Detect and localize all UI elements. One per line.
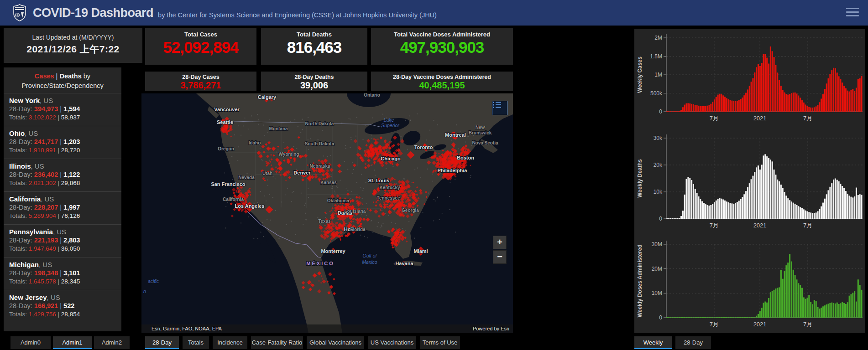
map-tab-terms-of-use[interactable]: Terms of Use (420, 336, 460, 349)
bar (808, 295, 810, 318)
county-dot (350, 139, 351, 140)
list-item-michigan[interactable]: Michigan, US28-Day: 198,348 | 3,101Total… (4, 257, 121, 290)
county-dot (275, 210, 276, 211)
bar (730, 203, 731, 219)
menu-icon[interactable] (846, 8, 860, 18)
map-tab-case-fatality-ratio[interactable]: Case-Fatality Ratio (251, 336, 303, 349)
y-axis-title: Weekly Cases (637, 57, 643, 93)
bar (703, 203, 705, 219)
region-name: New York, US (9, 97, 116, 105)
map-label-kansas: Kansas (320, 180, 337, 185)
bar (749, 317, 750, 318)
bar (679, 111, 680, 112)
bar (670, 317, 671, 318)
county-dot (402, 228, 403, 229)
county-dot (248, 129, 249, 129)
bar (693, 104, 694, 112)
map-label-m-xico: MÉXICO (306, 261, 334, 266)
chart-tab-weekly[interactable]: Weekly (634, 336, 672, 349)
layer-list-icon[interactable] (492, 101, 507, 115)
map-tab-totals[interactable]: Totals (183, 336, 209, 349)
bar (680, 317, 682, 318)
county-dot (470, 175, 471, 176)
zoom-out-button[interactable]: − (493, 250, 507, 264)
county-dot (243, 125, 244, 126)
bar (837, 303, 838, 318)
bar (859, 285, 861, 318)
y-tick-label: 500k (650, 90, 663, 97)
county-dot (420, 177, 421, 178)
chart-tab-28-day[interactable]: 28-Day (675, 336, 711, 349)
map-tab-28-day[interactable]: 28-Day (145, 336, 179, 349)
bar (752, 317, 753, 318)
list-item-new-jersey[interactable]: New Jersey, US28-Day: 166,921 | 522Total… (4, 290, 121, 323)
bar (747, 187, 748, 219)
bar (700, 106, 701, 112)
bar (677, 218, 678, 219)
zoom-in-button[interactable]: + (493, 236, 507, 249)
bar (712, 204, 713, 219)
bar (840, 184, 841, 219)
bar (675, 111, 677, 112)
county-dot (267, 185, 268, 186)
county-dot (278, 238, 279, 239)
county-dot (407, 149, 408, 149)
list-item-california[interactable]: California, US28-Day: 228,207 | 1,997Tot… (4, 191, 121, 224)
county-dot (331, 176, 332, 177)
bar (789, 94, 790, 112)
county-dot (372, 232, 373, 233)
tab-admin2[interactable]: Admin2 (94, 336, 130, 349)
bar (833, 180, 834, 219)
bar (719, 198, 720, 219)
stat-label: 28-Day Cases (145, 74, 256, 80)
heading-line2: Province/State/Dependency (21, 82, 104, 89)
map-tab-global-vaccinations[interactable]: Global Vaccinations (307, 336, 364, 349)
bar (817, 105, 818, 112)
bar (763, 54, 764, 112)
total-stats: Totals: 3,102,022 | 58,937 (9, 113, 116, 122)
bar (719, 317, 720, 318)
bar (800, 285, 801, 318)
map-tab-us-vaccinations[interactable]: US Vaccinations (368, 336, 416, 349)
bar (793, 93, 794, 112)
list-item-pennsylvania[interactable]: Pennsylvania, US28-Day: 221,193 | 2,803T… (4, 224, 121, 257)
bar (814, 107, 815, 112)
bar (854, 196, 855, 219)
county-dot (277, 149, 278, 150)
county-dot (372, 123, 373, 124)
bar (691, 180, 692, 219)
bar (842, 302, 843, 318)
bar (705, 317, 706, 318)
list-item-new-york[interactable]: New York, US28-Day: 394,973 | 1,594Total… (4, 93, 121, 126)
bar (742, 317, 743, 318)
tab-admin1[interactable]: Admin1 (53, 336, 92, 349)
list-item-ohio[interactable]: Ohio, US28-Day: 241,717 | 1,203Totals: 1… (4, 126, 121, 159)
county-dot (433, 221, 434, 221)
y-tick-label: 10k (654, 189, 663, 195)
county-dot (269, 194, 270, 195)
county-dot (394, 211, 395, 211)
x-tick-label: 2021 (753, 115, 767, 122)
map-tab-incidence[interactable]: Incidence (213, 336, 247, 349)
county-dot (381, 225, 382, 226)
county-dot (362, 139, 363, 140)
list-item-illinois[interactable]: Illinois, US28-Day: 236,402 | 1,122Total… (4, 159, 121, 191)
county-dot (322, 130, 323, 131)
map[interactable]: CalgaryVancouverSeattleMontrealTorontoBo… (141, 93, 513, 333)
county-dot (261, 154, 262, 154)
county-dot (420, 227, 421, 228)
bar (701, 106, 703, 112)
bar (861, 290, 862, 318)
chart-weekly-deaths: 30k20k10k07月20217月Weekly Deaths (634, 129, 865, 228)
bar (691, 317, 692, 318)
bar (854, 91, 855, 112)
county-dot (305, 219, 306, 220)
tab-admin0[interactable]: Admin0 (10, 336, 51, 349)
bar (666, 111, 668, 112)
y-tick-label: 0 (659, 216, 662, 222)
map-canvas[interactable]: CalgaryVancouverSeattleMontrealTorontoBo… (141, 93, 513, 333)
total-stats: Totals: 1,947,649 | 36,050 (9, 245, 116, 253)
county-dot (363, 188, 364, 189)
county-dot (432, 181, 433, 182)
bar (733, 204, 734, 219)
